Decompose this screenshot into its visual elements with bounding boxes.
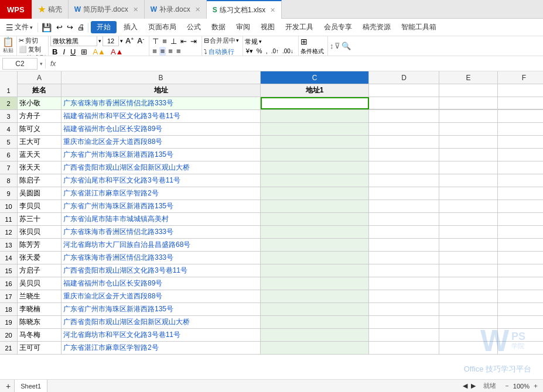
cell-D12[interactable] xyxy=(369,226,439,238)
cell-A21[interactable]: 王可可 xyxy=(18,342,62,354)
cell-E10[interactable] xyxy=(439,200,498,212)
cell-D6[interactable] xyxy=(369,149,439,161)
col-header-B[interactable]: B xyxy=(62,71,261,84)
menu-file[interactable]: ☰ 文件 ▾ xyxy=(2,21,36,33)
cell-C16[interactable] xyxy=(261,277,369,290)
font-color-btn[interactable]: A▲ xyxy=(109,47,125,56)
cell-A15[interactable]: 方启子 xyxy=(18,264,62,277)
font-size-input[interactable] xyxy=(103,36,119,46)
cell-A7[interactable]: 张天天 xyxy=(18,161,62,174)
fill-color-btn[interactable]: A▲ xyxy=(91,47,107,56)
cell-B21[interactable]: 广东省湛江市麻章区学智路2号 xyxy=(62,342,261,354)
col-header-F[interactable]: F xyxy=(498,71,543,84)
scroll-left-icon[interactable]: ◀ xyxy=(461,382,469,390)
cell-E17[interactable] xyxy=(439,290,498,302)
tab-lianxi[interactable]: S 练习文档1.xlsx ✕ xyxy=(207,0,282,19)
cell-B9[interactable]: 广东省湛江市麻章区学智路2号 xyxy=(62,187,261,200)
cell-E19[interactable] xyxy=(439,316,498,328)
cell-A17[interactable]: 兰晓生 xyxy=(18,290,62,302)
col-header-C[interactable]: C xyxy=(261,71,369,84)
cell-A14[interactable]: 张天爱 xyxy=(18,252,62,264)
scroll-right-icon[interactable]: ▶ xyxy=(469,382,477,390)
cell-D18[interactable] xyxy=(369,303,439,315)
currency-btn[interactable]: ¥▾ xyxy=(245,47,254,55)
add-sheet-btn[interactable]: + xyxy=(2,381,14,391)
cell-E16[interactable] xyxy=(439,277,498,290)
copy-label[interactable]: 复制 xyxy=(28,45,41,54)
cell-C18[interactable] xyxy=(261,303,369,315)
cut-label[interactable]: 剪切 xyxy=(25,36,38,45)
cell-F17[interactable] xyxy=(498,290,543,302)
tab-bushu[interactable]: W 补录.docx ✕ xyxy=(145,0,207,19)
cell-E12[interactable] xyxy=(439,226,498,238)
cell-D17[interactable] xyxy=(369,290,439,302)
cell-C8[interactable] xyxy=(261,174,369,187)
cell-C20[interactable] xyxy=(261,329,369,341)
cell-B14[interactable]: 广东省珠海市香洲区情侣北路333号 xyxy=(62,252,261,264)
cell-C15[interactable] xyxy=(261,264,369,277)
col-header-E[interactable]: E xyxy=(439,71,498,84)
filter-icon[interactable]: ⊽ xyxy=(334,42,340,50)
close-bushu-icon[interactable]: ✕ xyxy=(195,6,200,13)
cell-F8[interactable] xyxy=(498,174,543,187)
menu-layout[interactable]: 页面布局 xyxy=(144,21,181,33)
menu-start[interactable]: 开始 xyxy=(91,21,117,33)
cell-F12[interactable] xyxy=(498,226,543,238)
cell-E8[interactable] xyxy=(439,174,498,187)
menu-data[interactable]: 数据 xyxy=(207,21,230,33)
cell-C19[interactable] xyxy=(261,316,369,328)
menu-formula[interactable]: 公式 xyxy=(182,21,206,33)
cell-A4[interactable]: 陈可义 xyxy=(18,123,62,135)
percent-btn[interactable]: % xyxy=(255,47,264,54)
cell-B20[interactable]: 河北省廊坊市和平区文化路3号巷11号 xyxy=(62,329,261,341)
cell-A6[interactable]: 蓝天天 xyxy=(18,149,62,161)
cell-E18[interactable] xyxy=(439,303,498,315)
cell-B17[interactable]: 重庆市渝北区金开大道西段88号 xyxy=(62,290,261,302)
cell-C12[interactable] xyxy=(261,226,369,238)
cell-D20[interactable] xyxy=(369,329,439,341)
cell-B3[interactable]: 福建省福州市和平区文化路3号巷11号 xyxy=(62,110,261,122)
cell-B12[interactable]: 广东省珠海市香洲区情侣北路333号 xyxy=(62,226,261,238)
cell-F6[interactable] xyxy=(498,149,543,161)
align-justify-icon[interactable]: ≡ xyxy=(175,47,182,56)
cell-B4[interactable]: 福建省福州市仓山区长安路89号 xyxy=(62,123,261,135)
cell-A8[interactable]: 陈启子 xyxy=(18,174,62,187)
cell-A12[interactable]: 张贝贝 xyxy=(18,226,62,238)
cell-A1[interactable]: 姓名 xyxy=(18,84,62,97)
cell-D16[interactable] xyxy=(369,277,439,290)
sheet-tab-1[interactable]: Sheet1 xyxy=(14,380,47,393)
cell-A10[interactable]: 李贝贝 xyxy=(18,200,62,212)
cell-A18[interactable]: 李晓楠 xyxy=(18,303,62,315)
cell-B1[interactable]: 地址 xyxy=(62,84,261,97)
redo-icon[interactable]: ↪ xyxy=(65,22,75,33)
cell-D13[interactable] xyxy=(369,239,439,251)
cell-D15[interactable] xyxy=(369,264,439,277)
cell-A11[interactable]: 苏三十 xyxy=(18,213,62,225)
cell-C10[interactable] xyxy=(261,200,369,212)
italic-btn[interactable]: I xyxy=(61,47,67,56)
menu-insert[interactable]: 插入 xyxy=(119,21,142,33)
cell-E9[interactable] xyxy=(439,187,498,200)
cell-F16[interactable] xyxy=(498,277,543,290)
cell-B16[interactable]: 福建省福州市仓山区长安路89号 xyxy=(62,277,261,290)
close-lianxi-icon[interactable]: ✕ xyxy=(270,6,275,14)
close-jianpu-icon[interactable]: ✕ xyxy=(133,6,138,13)
cell-C14[interactable] xyxy=(261,252,369,264)
sort-icon[interactable]: ↕ xyxy=(330,42,334,50)
cell-B5[interactable]: 重庆市渝北区金开大道西段88号 xyxy=(62,136,261,148)
cell-B15[interactable]: 广西省贵阳市观山湖区文化路3号巷11号 xyxy=(62,264,261,277)
cell-A9[interactable]: 吴圆圆 xyxy=(18,187,62,200)
cell-D19[interactable] xyxy=(369,316,439,328)
font-size-dropdown[interactable]: ▾ xyxy=(120,38,123,44)
cell-A3[interactable]: 方舟子 xyxy=(18,110,62,122)
font-name-dropdown[interactable]: ▾ xyxy=(98,38,101,44)
indent-decrease-icon[interactable]: ⇤ xyxy=(179,37,188,46)
cell-F3[interactable] xyxy=(498,110,543,122)
cell-F21[interactable] xyxy=(498,342,543,354)
cell-D9[interactable] xyxy=(369,187,439,200)
cell-E6[interactable] xyxy=(439,149,498,161)
indent-increase-icon[interactable]: ⇥ xyxy=(189,37,198,46)
zoom-in-btn[interactable]: ＋ xyxy=(531,381,541,390)
cell-C13[interactable] xyxy=(261,239,369,251)
cell-A2[interactable]: 张小敬 xyxy=(18,97,62,109)
